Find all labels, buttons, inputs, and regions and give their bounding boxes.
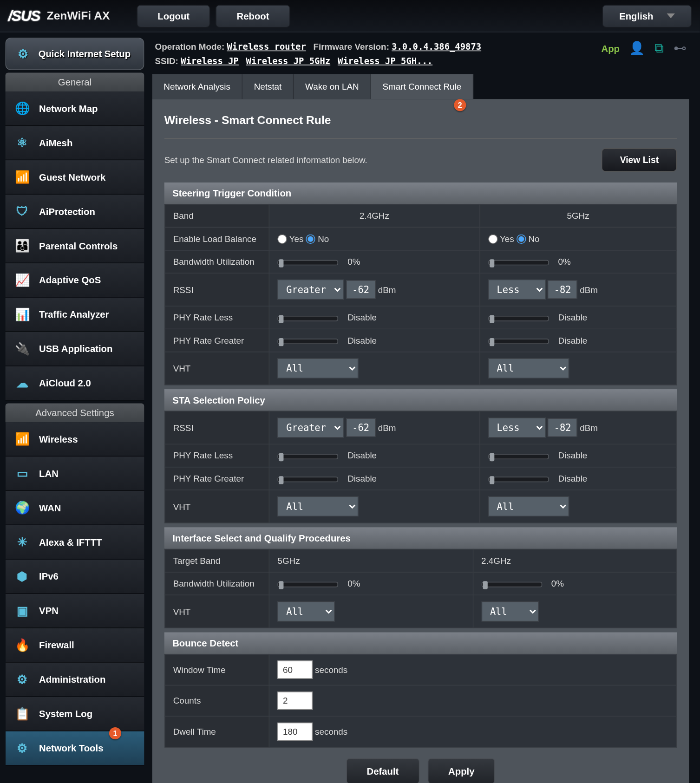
rssi-5-val[interactable] — [548, 280, 577, 299]
rssi-24-val[interactable] — [346, 280, 376, 299]
network-icon[interactable]: ⧉ — [654, 41, 664, 56]
elb-24-no[interactable] — [306, 235, 315, 244]
sec-steering: Steering Trigger Condition — [164, 182, 677, 203]
elb-5-no[interactable] — [517, 235, 526, 244]
row2-prg: PHY Rate Greater — [165, 467, 269, 490]
rssi2-5-val[interactable] — [548, 418, 577, 437]
vht-5[interactable]: All — [488, 359, 569, 379]
sidebar-network-tools[interactable]: ⚙Network Tools1 — [6, 731, 144, 766]
elb-24-yes[interactable] — [277, 235, 287, 244]
sidebar-aimesh[interactable]: ⚛AiMesh — [6, 126, 144, 160]
sidebar-usb-application[interactable]: 🔌USB Application — [6, 332, 144, 366]
menu-icon: 🌍 — [13, 499, 31, 516]
row-elb: Enable Load Balance — [165, 227, 269, 250]
row-vht: VHT — [165, 352, 269, 385]
page-title: Wireless - Smart Connect Rule — [164, 111, 677, 138]
menu-icon: ▭ — [13, 465, 31, 483]
sidebar-system-log[interactable]: 📋System Log — [6, 697, 144, 731]
ssid-2[interactable]: Wireless JP 5GHz — [246, 56, 331, 66]
row-rssi: RSSI — [165, 273, 269, 306]
tab-wol[interactable]: Wake on LAN — [294, 74, 371, 99]
prl2-24[interactable] — [277, 454, 338, 459]
prg2-24[interactable] — [277, 476, 338, 482]
view-list-button[interactable]: View List — [602, 148, 677, 171]
op-mode-link[interactable]: Wireless router — [227, 42, 306, 52]
badge-1: 1 — [109, 727, 121, 739]
prg-5[interactable] — [488, 339, 549, 344]
vht3-24[interactable]: All — [277, 601, 334, 622]
row-counts: Counts — [165, 685, 269, 717]
prl-24[interactable] — [277, 316, 338, 321]
sidebar-firewall[interactable]: 🔥Firewall — [6, 628, 144, 663]
vht3-5[interactable]: All — [481, 601, 538, 622]
language-select[interactable]: English — [602, 4, 692, 27]
tband-5: 2.4GHz — [473, 549, 677, 572]
ssid-1[interactable]: Wireless JP — [181, 56, 239, 66]
sidebar-vpn[interactable]: ▣VPN — [6, 594, 144, 628]
sidebar-network-map[interactable]: 🌐Network Map — [6, 91, 144, 126]
app-link[interactable]: App — [602, 43, 620, 53]
tab-netstat[interactable]: Netstat — [242, 74, 294, 99]
bw3-24[interactable] — [277, 581, 338, 587]
user-icon[interactable]: 👤 — [629, 40, 645, 56]
menu-icon: ⚙ — [13, 671, 31, 688]
tband-24: 5GHz — [269, 549, 473, 572]
vht2-5[interactable]: All — [488, 496, 569, 517]
rssi2-5-sel[interactable]: Less — [488, 418, 545, 438]
ssid-3[interactable]: Wireless JP 5GH... — [338, 56, 432, 66]
vht2-24[interactable]: All — [277, 496, 358, 517]
usb-icon[interactable]: ⊷ — [674, 40, 687, 56]
sidebar-alexa-ifttt[interactable]: ✳Alexa & IFTTT — [6, 525, 144, 560]
elb-5-yes[interactable] — [488, 235, 497, 244]
prl-5[interactable] — [488, 316, 549, 321]
sidebar-wireless[interactable]: 📶Wireless — [6, 422, 144, 457]
sidebar-lan[interactable]: ▭LAN — [6, 457, 144, 491]
sidebar-ipv6[interactable]: ⬢IPv6 — [6, 560, 144, 594]
op-mode-label: Operation Mode: — [155, 42, 225, 52]
sidebar-aicloud-2-0[interactable]: ☁AiCloud 2.0 — [6, 366, 144, 401]
rssi2-24-sel[interactable]: Greater — [277, 418, 343, 438]
tab-smart-connect[interactable]: Smart Connect Rule 2 — [371, 74, 473, 99]
counts-input[interactable] — [277, 692, 312, 710]
tabs: Network Analysis Netstat Wake on LAN Sma… — [152, 74, 689, 99]
default-button[interactable]: Default — [346, 758, 420, 783]
prg2-5[interactable] — [488, 476, 549, 482]
row2-prl: PHY Rate Less — [165, 444, 269, 467]
menu-icon: ▣ — [13, 602, 31, 620]
wtime-input[interactable] — [277, 661, 312, 679]
sidebar-parental-controls[interactable]: 👨‍👩‍👦Parental Controls — [6, 229, 144, 263]
menu-icon: ⚛ — [13, 134, 31, 152]
prg-24[interactable] — [277, 339, 338, 344]
row-wtime: Window Time — [165, 654, 269, 685]
sidebar-guest-network[interactable]: 📶Guest Network — [6, 160, 144, 195]
row3-vht: VHT — [165, 595, 269, 628]
fw-label: Firmware Version: — [313, 42, 389, 52]
fw-link[interactable]: 3.0.0.4.386_49873 — [392, 42, 481, 52]
row-prg: PHY Rate Greater — [165, 329, 269, 352]
dwell-input[interactable] — [277, 723, 312, 741]
sidebar-wan[interactable]: 🌍WAN — [6, 491, 144, 525]
rssi-24-sel[interactable]: Greater — [277, 280, 343, 300]
menu-icon: 🔥 — [13, 636, 31, 654]
prl2-5[interactable] — [488, 454, 549, 459]
col-24: 2.4GHz — [269, 204, 479, 227]
logout-button[interactable]: Logout — [137, 4, 210, 27]
bw-24-slider[interactable] — [277, 260, 338, 265]
section-general: General — [6, 73, 144, 92]
quick-internet-setup[interactable]: ⚙ Quick Internet Setup — [6, 38, 144, 70]
sidebar-adaptive-qos[interactable]: 📈Adaptive QoS — [6, 263, 144, 298]
row-prl: PHY Rate Less — [165, 306, 269, 329]
tab-network-analysis[interactable]: Network Analysis — [152, 74, 242, 99]
sidebar-aiprotection[interactable]: 🛡AiProtection — [6, 195, 144, 229]
bw3-5[interactable] — [481, 581, 542, 587]
bw-5-slider[interactable] — [488, 260, 549, 265]
apply-button[interactable]: Apply — [427, 758, 495, 783]
reboot-button[interactable]: Reboot — [216, 4, 290, 27]
rssi2-24-val[interactable] — [346, 418, 376, 437]
rssi-5-sel[interactable]: Less — [488, 280, 545, 300]
ssid-label: SSID: — [155, 56, 178, 66]
vht-24[interactable]: All — [277, 359, 358, 379]
sidebar-traffic-analyzer[interactable]: 📊Traffic Analyzer — [6, 298, 144, 332]
sidebar-administration[interactable]: ⚙Administration — [6, 663, 144, 697]
row-dwell: Dwell Time — [165, 716, 269, 747]
